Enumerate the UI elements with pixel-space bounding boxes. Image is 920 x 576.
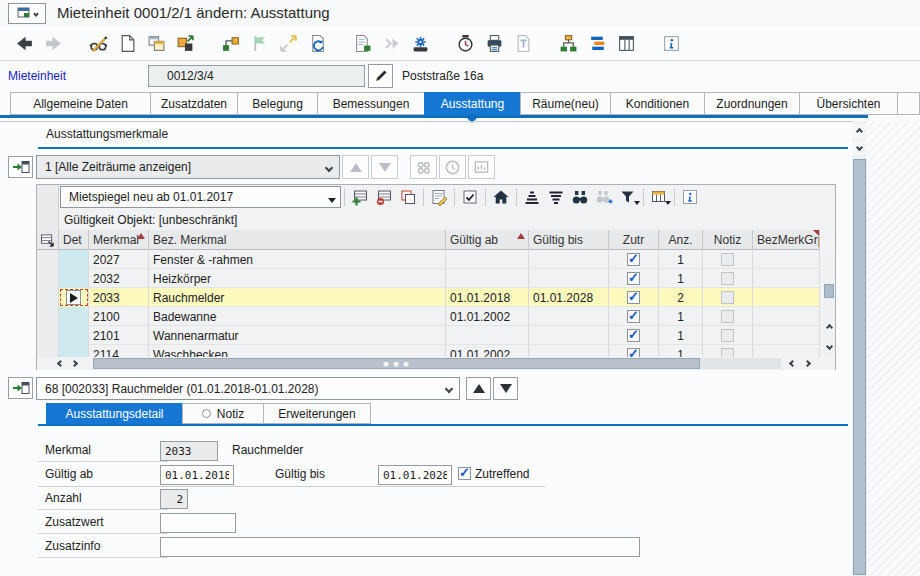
- detail-button[interactable]: [66, 290, 81, 305]
- tab-ausstattung[interactable]: Ausstattung: [424, 92, 520, 115]
- merkmal-cell[interactable]: 2027: [89, 250, 149, 269]
- table-row-selected[interactable]: 2033 Rauchmelder 01.01.2018 01.01.2028 2: [37, 288, 820, 307]
- tab-konditionen[interactable]: Konditionen: [610, 92, 704, 115]
- notiz-cell[interactable]: [703, 326, 753, 345]
- gueltig-bis-cell[interactable]: [529, 307, 609, 326]
- back-button[interactable]: [10, 31, 39, 57]
- bez-merkmal-cell[interactable]: Heizkörper: [149, 269, 446, 288]
- bezmerkgrp-cell[interactable]: [753, 345, 820, 357]
- zutr-checkbox[interactable]: [627, 329, 640, 342]
- column-header-det[interactable]: Det: [59, 230, 89, 250]
- row-selector-cell[interactable]: [37, 288, 59, 307]
- column-header-zutr[interactable]: Zutr: [609, 230, 659, 250]
- gueltig-bis-field[interactable]: [378, 465, 452, 485]
- column-header-merkmal[interactable]: Merkmal: [89, 230, 149, 250]
- gueltig-bis-cell[interactable]: [529, 326, 609, 345]
- gueltig-bis-cell[interactable]: 01.01.2028: [529, 288, 609, 307]
- tab-stub[interactable]: [897, 92, 920, 115]
- gueltig-ab-cell[interactable]: 01.01.2002: [446, 307, 529, 326]
- bezmerkgrp-cell[interactable]: [753, 307, 820, 326]
- table-vscroll-thumb[interactable]: [824, 284, 834, 298]
- previous-entry-button[interactable]: [466, 377, 491, 400]
- hscroll-track[interactable]: ■ ■ ■: [93, 358, 781, 369]
- bezmerkgrp-cell[interactable]: [753, 269, 820, 288]
- table-scroll-left-button[interactable]: [53, 357, 67, 370]
- table-view-button[interactable]: [612, 31, 641, 57]
- anz-cell[interactable]: 1: [659, 345, 703, 357]
- notiz-checkbox[interactable]: [721, 348, 734, 357]
- timeframe-dropdown[interactable]: 1 [Alle Zeiträume anzeigen]: [36, 155, 340, 179]
- row-selector-cell[interactable]: [37, 326, 59, 345]
- tab-zuordnungen[interactable]: Zuordnungen: [704, 92, 799, 115]
- zutr-cell[interactable]: [609, 326, 659, 345]
- bez-merkmal-cell[interactable]: Rauchmelder: [149, 288, 446, 307]
- bez-merkmal-cell[interactable]: Fenster & -rahmen: [149, 250, 446, 269]
- scroll-entry-up-button[interactable]: [342, 155, 369, 179]
- tab-belegung[interactable]: Belegung: [237, 92, 317, 115]
- hscroll-thumb[interactable]: ■ ■ ■: [93, 358, 700, 369]
- bez-merkmal-cell[interactable]: Badewanne: [149, 307, 446, 326]
- note-button[interactable]: [427, 187, 451, 207]
- zusatzwert-field[interactable]: [160, 513, 236, 533]
- main-vertical-scrollbar[interactable]: [852, 121, 867, 576]
- merkmal-field[interactable]: [160, 441, 218, 461]
- follow-up-button[interactable]: [274, 31, 303, 57]
- tab-erweiterungen[interactable]: Erweiterungen: [263, 403, 371, 424]
- play-button[interactable]: [377, 31, 406, 57]
- notiz-cell[interactable]: [703, 307, 753, 326]
- overview-button[interactable]: [468, 155, 495, 179]
- notiz-checkbox[interactable]: [721, 272, 734, 285]
- org-structure-button[interactable]: [554, 31, 583, 57]
- anz-cell[interactable]: 1: [659, 250, 703, 269]
- det-cell[interactable]: [59, 250, 89, 269]
- notiz-cell[interactable]: [703, 345, 753, 357]
- text-button[interactable]: [509, 31, 538, 57]
- gueltig-ab-cell[interactable]: 01.01.2018: [446, 288, 529, 307]
- zutr-checkbox[interactable]: [627, 291, 640, 304]
- row-selector-cell[interactable]: [37, 345, 59, 357]
- tab-uebersichten[interactable]: Übersichten: [799, 92, 897, 115]
- check-button[interactable]: [348, 31, 377, 57]
- zutr-cell[interactable]: [609, 288, 659, 307]
- notiz-checkbox[interactable]: [721, 310, 734, 323]
- table-settings-button[interactable]: [647, 187, 671, 207]
- find-button[interactable]: [568, 187, 592, 207]
- column-header-bezmerkgrp[interactable]: BezMerkGrp: [753, 230, 820, 250]
- notiz-checkbox[interactable]: [721, 253, 734, 266]
- copy-rows-button[interactable]: [396, 187, 420, 207]
- forward-button[interactable]: [39, 31, 68, 57]
- table-scroll-right2-button[interactable]: [800, 357, 814, 370]
- refresh-button[interactable]: [303, 31, 332, 57]
- filter-button[interactable]: [616, 187, 640, 207]
- main-vscroll-thumb[interactable]: [853, 159, 866, 575]
- zutr-checkbox[interactable]: [627, 253, 640, 266]
- copy-button[interactable]: [142, 31, 171, 57]
- anz-cell[interactable]: 2: [659, 288, 703, 307]
- sort-descending-button[interactable]: [544, 187, 568, 207]
- main-scroll-down-button[interactable]: [852, 140, 867, 155]
- merkmal-cell[interactable]: 2032: [89, 269, 149, 288]
- table-row[interactable]: 2114 Waschbecken 01.01.2002 1: [37, 345, 820, 357]
- tab-bemessungen[interactable]: Bemessungen: [317, 92, 424, 115]
- expand-detail-button[interactable]: [8, 377, 33, 399]
- column-header-bez-merkmal[interactable]: Bez. Merkmal: [149, 230, 446, 250]
- table-row[interactable]: 2027 Fenster & -rahmen 1: [37, 250, 820, 269]
- layers-button[interactable]: [583, 31, 612, 57]
- det-cell[interactable]: [59, 269, 89, 288]
- zutr-checkbox[interactable]: [627, 272, 640, 285]
- table-scroll-right-button[interactable]: [67, 357, 81, 370]
- table-row[interactable]: 2100 Badewanne 01.01.2002 1: [37, 307, 820, 326]
- link-objects-button[interactable]: [216, 31, 245, 57]
- create-button[interactable]: [113, 31, 142, 57]
- tab-raeume-neu[interactable]: Räume(neu): [520, 92, 610, 115]
- anz-cell[interactable]: 1: [659, 307, 703, 326]
- select-checkbox-button[interactable]: [458, 187, 482, 207]
- display-change-button[interactable]: [84, 31, 113, 57]
- notiz-cell[interactable]: [703, 250, 753, 269]
- merkmal-cell[interactable]: 2101: [89, 326, 149, 345]
- entry-selector-dropdown[interactable]: 68 [002033] Rauchmelder (01.01.2018-01.0…: [36, 377, 460, 400]
- bezmerkgrp-cell[interactable]: [753, 326, 820, 345]
- services-button[interactable]: [406, 31, 435, 57]
- mietspiegel-dropdown[interactable]: Mietspiegel neu ab 01.01.2017: [60, 186, 341, 208]
- gueltig-bis-cell[interactable]: [529, 345, 609, 357]
